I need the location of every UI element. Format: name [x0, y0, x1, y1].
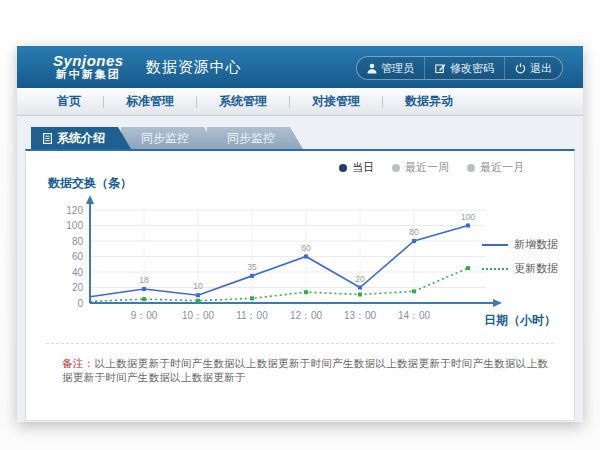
svg-text:18: 18	[139, 275, 149, 285]
legend-item-updated-data: 更新数据	[482, 261, 558, 276]
company-logo: Synjones 新中新集团	[53, 53, 124, 80]
footnote-prefix: 备注：	[62, 357, 94, 369]
svg-text:40: 40	[72, 267, 84, 278]
line-chart: 0204060801001209：0010：0011：0012：0013：001…	[46, 193, 516, 328]
svg-text:35: 35	[247, 262, 257, 272]
svg-text:10: 10	[193, 281, 203, 291]
edit-icon	[435, 63, 446, 74]
radio-last-month[interactable]: 最近一月	[467, 160, 524, 175]
svg-text:100: 100	[461, 212, 475, 222]
power-icon	[515, 63, 526, 74]
svg-text:0: 0	[77, 298, 83, 309]
tab-sync-monitor-2[interactable]: 同步监控	[207, 127, 303, 149]
note-divider	[46, 343, 554, 344]
chart-legend: 新增数据 更新数据	[482, 237, 558, 285]
header-bar: Synjones 新中新集团 数据资源中心 管理员 修改密码	[17, 46, 583, 88]
tab-label: 系统介绍	[57, 127, 105, 149]
y-axis-title: 数据交换（条）	[48, 175, 132, 192]
svg-text:60: 60	[72, 251, 84, 262]
logo-wordmark: Synjones	[53, 53, 124, 69]
time-filter-group: 当日 最近一周 最近一月	[339, 160, 524, 175]
user-account-button[interactable]: 管理员	[357, 57, 424, 79]
nav-item-data-changes[interactable]: 数据异动	[383, 93, 475, 110]
svg-text:80: 80	[409, 227, 419, 237]
radio-label: 最近一月	[480, 160, 524, 175]
footnote-text: 以上数据更新于时间产生数据以上数据更新于时间产生数据以上数据更新于时间产生数据以…	[62, 357, 548, 383]
svg-text:11：00: 11：00	[236, 310, 268, 321]
radio-selected-icon	[339, 164, 347, 172]
logo-company-name: 新中新集团	[53, 69, 124, 81]
svg-text:9：00: 9：00	[131, 310, 158, 321]
svg-text:60: 60	[301, 243, 311, 253]
change-password-button[interactable]: 修改密码	[424, 57, 504, 79]
x-axis-title: 日期（小时）	[484, 312, 556, 329]
nav-item-system-management[interactable]: 系统管理	[197, 93, 289, 110]
legend-item-new-data: 新增数据	[482, 237, 558, 252]
tab-system-intro[interactable]: 系统介绍	[31, 127, 131, 149]
main-nav: 首页 标准管理 系统管理 对接管理 数据异动	[17, 88, 583, 116]
user-toolbar: 管理员 修改密码 退出	[356, 56, 563, 80]
nav-item-home[interactable]: 首页	[35, 93, 103, 110]
change-password-label: 修改密码	[450, 61, 494, 76]
radio-label: 最近一周	[405, 160, 449, 175]
content-area: 系统介绍 同步监控 同步监控 当日 最近一周	[17, 116, 583, 422]
svg-text:10：00: 10：00	[182, 310, 215, 321]
svg-text:14：00: 14：00	[398, 310, 431, 321]
user-name-label: 管理员	[381, 61, 414, 76]
nav-item-standard-management[interactable]: 标准管理	[104, 93, 196, 110]
svg-text:20: 20	[355, 274, 365, 284]
user-icon	[367, 63, 377, 74]
tab-label: 同步监控	[227, 127, 275, 149]
nav-item-integration-management[interactable]: 对接管理	[290, 93, 382, 110]
radio-last-week[interactable]: 最近一周	[392, 160, 449, 175]
svg-text:100: 100	[66, 220, 83, 231]
tab-sync-monitor-1[interactable]: 同步监控	[121, 127, 217, 149]
svg-text:80: 80	[72, 236, 84, 247]
radio-unselected-icon	[467, 164, 475, 172]
radio-label: 当日	[352, 160, 374, 175]
document-icon	[43, 133, 52, 144]
legend-label: 新增数据	[514, 237, 558, 252]
legend-label: 更新数据	[514, 261, 558, 276]
tab-label: 同步监控	[141, 127, 189, 149]
logout-button[interactable]: 退出	[504, 57, 562, 79]
solid-line-icon	[482, 244, 508, 246]
page-background: Synjones 新中新集团 数据资源中心 管理员 修改密码	[0, 0, 600, 450]
dotted-line-icon	[482, 268, 508, 270]
svg-text:13：00: 13：00	[344, 310, 377, 321]
page-title: 数据资源中心	[146, 58, 242, 77]
footnote: 备注：以上数据更新于时间产生数据以上数据更新于时间产生数据以上数据更新于时间产生…	[62, 357, 554, 385]
chart-panel: 当日 最近一周 最近一月 数据交换（条） 0204060801001209：00…	[25, 149, 575, 421]
logout-label: 退出	[530, 61, 552, 76]
tab-bar: 系统介绍 同步监控 同步监控	[31, 127, 583, 149]
radio-unselected-icon	[392, 164, 400, 172]
svg-text:12：00: 12：00	[290, 310, 323, 321]
app-window: Synjones 新中新集团 数据资源中心 管理员 修改密码	[17, 46, 583, 422]
svg-text:20: 20	[72, 282, 84, 293]
radio-today[interactable]: 当日	[339, 160, 374, 175]
svg-text:120: 120	[66, 205, 83, 216]
